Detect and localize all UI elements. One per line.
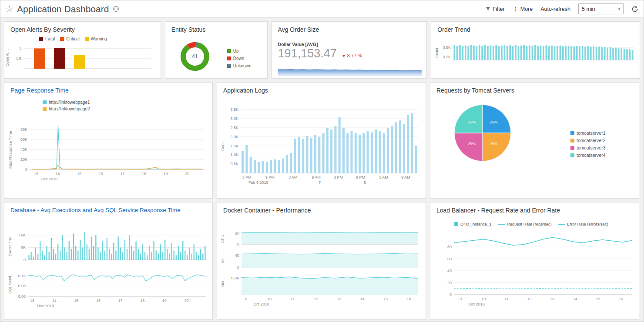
tomcat-legend: tomcatserver1 tomcatserver2 tomcatserver… <box>570 130 606 158</box>
svg-text:14: 14 <box>360 297 365 301</box>
svg-text:25%: 25% <box>468 120 476 124</box>
svg-text:3.5K: 3.5K <box>230 107 238 112</box>
page-response-line-chart[interactable]: 020K40K60K80K1314151617181920Dec 2018 <box>15 121 210 186</box>
svg-text:60: 60 <box>447 257 452 261</box>
tile-title-link[interactable]: Database - Avg Executions and Avg SQL Se… <box>10 207 181 213</box>
svg-text:0: 0 <box>237 266 239 270</box>
svg-text:0.2K: 0.2K <box>443 55 451 59</box>
load-balancer-line-chart[interactable]: 020406080910111213141516Oct 2018 <box>440 229 637 312</box>
filter-button[interactable]: Filter <box>486 6 505 12</box>
database-sql-response-chart[interactable]: 0.160.080.001314151617181920Dec 2018 <box>14 267 211 314</box>
legend-label: Error Rate (errors/sec) <box>567 222 608 226</box>
cpu-axis-label: CPU .. <box>221 228 225 247</box>
svg-text:12: 12 <box>527 297 531 301</box>
svg-text:14: 14 <box>56 172 60 176</box>
svg-text:25%: 25% <box>468 142 476 146</box>
tile-title: Open Alerts By Severity <box>10 26 75 33</box>
autorefresh-select[interactable]: 5 min ▾ <box>578 3 624 14</box>
legend-label: Down <box>233 56 245 61</box>
svg-text:9 PM: 9 PM <box>356 175 365 179</box>
docker-network-chart[interactable]: 0.8K910111213141516Oct 2018 <box>226 271 423 315</box>
svg-text:0.8K: 0.8K <box>443 45 451 50</box>
more-button[interactable]: ⋮ More <box>513 6 533 12</box>
svg-text:9 PM: 9 PM <box>265 175 275 179</box>
y-axis-label: Count <box>221 128 225 163</box>
svg-text:10: 10 <box>481 297 486 301</box>
fatal-swatch <box>39 37 43 41</box>
avg-order-size-sparkline[interactable] <box>278 64 422 76</box>
svg-text:40K: 40K <box>20 147 27 152</box>
legend-label: tomcatserver2 <box>577 138 606 143</box>
legend-label: tomcatserver1 <box>577 130 606 136</box>
svg-text:80K: 80K <box>20 127 27 132</box>
metric-value: 191,153.47 <box>278 47 337 60</box>
svg-text:15: 15 <box>596 297 600 301</box>
legend-label: tomcatserver4 <box>577 153 606 158</box>
warning-swatch <box>85 37 89 41</box>
tile-title: Requests by Tomcat Servers <box>436 87 514 94</box>
refresh-icon[interactable] <box>631 6 638 13</box>
svg-text:Dec 2018: Dec 2018 <box>40 177 57 181</box>
y-axis-label: Open Al... <box>5 44 10 71</box>
svg-text:9 AM: 9 AM <box>312 175 321 179</box>
dashboard-header: ☆ Application Dashboard Filter ⋮ More Au… <box>0 0 644 18</box>
svg-text:Feb 6 2018: Feb 6 2018 <box>248 180 268 185</box>
docker-cpu-chart[interactable]: 300 <box>226 226 423 247</box>
tile-application-logs: Application Logs Count 0.5K1.0K1.5K2.0K2… <box>217 82 426 199</box>
svg-text:17: 17 <box>120 172 124 176</box>
up-swatch <box>227 49 231 53</box>
tile-avg-order-size: Avg Order Size Dollar Value [AVG] 191,15… <box>272 21 427 79</box>
svg-text:9: 9 <box>245 297 247 301</box>
svg-text:2.0K: 2.0K <box>230 135 238 139</box>
application-logs-bar-chart[interactable]: 0.5K1.0K1.5K2.0K2.5K3.0K3.5K3 PM9 PM3 AM… <box>227 104 423 191</box>
open-alerts-bar-chart[interactable]: 31.5 <box>11 44 158 73</box>
svg-text:18: 18 <box>142 172 146 176</box>
tomcatserver3-swatch <box>570 146 574 150</box>
tomcatserver2-swatch <box>570 139 574 143</box>
svg-text:16K: 16K <box>19 233 26 237</box>
tile-title: Docker Container - Performance <box>223 207 311 214</box>
legend-label: Unknown <box>233 63 252 68</box>
open-alerts-legend: Fatal Critical Warning <box>39 37 107 41</box>
svg-text:14: 14 <box>52 299 57 303</box>
more-icon: ⋮ <box>513 6 518 12</box>
svg-text:25%: 25% <box>490 120 497 124</box>
dropdown-icon: ▾ <box>618 7 620 11</box>
svg-text:3 PM: 3 PM <box>334 175 343 179</box>
docker-memory-chart[interactable]: 400 <box>226 248 423 270</box>
svg-text:Oct 2018: Oct 2018 <box>253 302 269 306</box>
tile-load-balancer: Load Balancer - Request Rate and Error R… <box>430 202 639 320</box>
svg-text:8: 8 <box>364 180 366 185</box>
legend-label: Warning <box>91 37 107 41</box>
autorefresh-label: Auto-refresh <box>540 6 570 12</box>
legend-label: OTD_Instance_1 <box>460 222 492 226</box>
otd-instance-swatch <box>454 222 458 226</box>
svg-text:19: 19 <box>164 172 168 176</box>
unknown-swatch <box>227 64 231 68</box>
svg-text:17: 17 <box>118 299 123 303</box>
database-executions-chart[interactable]: 16K8K0 <box>14 229 211 262</box>
executions-axis-label: Executions <box>8 234 12 260</box>
webpage1-swatch <box>43 100 47 104</box>
error-rate-dash-glyph <box>558 224 565 225</box>
entity-status-donut-chart[interactable]: 41 <box>169 36 221 77</box>
order-trend-bar-chart[interactable]: 0.8K0.2K <box>441 42 637 63</box>
svg-text:0: 0 <box>449 292 452 297</box>
application-dashboard-page: ☆ Application Dashboard Filter ⋮ More Au… <box>0 0 644 322</box>
tile-title-link[interactable]: Page Response Time <box>10 87 69 94</box>
favorite-star-icon[interactable]: ☆ <box>6 5 13 13</box>
svg-text:10: 10 <box>267 297 272 301</box>
tile-title: Load Balancer - Request Rate and Error R… <box>436 207 560 214</box>
svg-text:15: 15 <box>77 172 81 176</box>
svg-text:11: 11 <box>291 297 295 301</box>
filter-funnel-icon <box>486 7 490 11</box>
webpage2-swatch <box>43 107 47 111</box>
svg-text:25%: 25% <box>490 142 497 146</box>
svg-text:16: 16 <box>99 172 103 176</box>
svg-text:3.0K: 3.0K <box>230 116 238 121</box>
network-axis-label: Net.. <box>221 273 225 292</box>
svg-text:0.16: 0.16 <box>18 274 26 278</box>
tile-database: Database - Avg Executions and Avg SQL Se… <box>4 202 213 320</box>
tomcat-pie-chart[interactable]: 25%25%25%25% <box>443 100 557 191</box>
tile-title: Order Trend <box>437 26 470 33</box>
